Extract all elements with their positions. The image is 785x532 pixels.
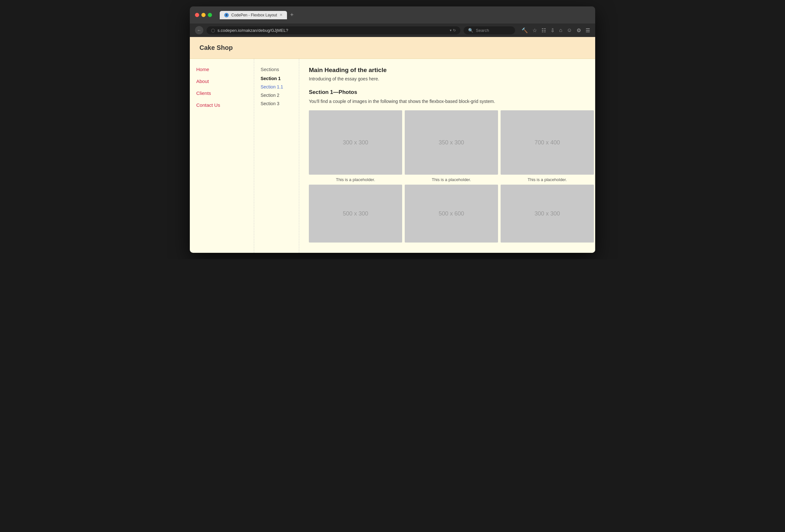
placeholder-label-2: 350 x 300 <box>438 139 464 146</box>
active-tab[interactable]: ✦ CodePen - Flexbox Layout ✕ <box>220 11 287 19</box>
nav-clients[interactable]: Clients <box>196 91 247 96</box>
section1-description: You'll find a couple of images in the fo… <box>309 99 594 104</box>
image-item-4: 500 x 300 <box>309 185 402 243</box>
image-item-6: 300 x 300 <box>501 185 594 243</box>
search-bar[interactable]: 🔍 Search <box>463 26 515 34</box>
placeholder-image-6: 300 x 300 <box>501 185 594 243</box>
toolbar-icons: 🔨 ☆ ☷ ⇩ ⌂ ☺ ⚙ ☰ <box>522 27 590 33</box>
image-caption-3: This is a placeholder. <box>528 177 567 182</box>
placeholder-image-5: 500 x 600 <box>405 185 498 243</box>
lock-icon: ◯ <box>211 28 215 32</box>
article-intro: Introducing of the essay goes here. <box>309 76 594 81</box>
site-header: Cake Shop <box>190 37 595 59</box>
image-caption-1: This is a placeholder. <box>336 177 375 182</box>
extensions-icon[interactable]: ⚙ <box>577 27 581 33</box>
image-row-2: 500 x 300 500 x 600 300 x 300 <box>309 185 594 243</box>
new-tab-button[interactable]: + <box>287 10 296 20</box>
sidebar-nav: Home About Clients Contact Us <box>190 59 254 253</box>
placeholder-label-5: 500 x 600 <box>438 210 464 217</box>
back-button[interactable]: ← <box>195 26 203 34</box>
close-button[interactable] <box>195 13 199 17</box>
home-icon[interactable]: ⌂ <box>559 27 562 33</box>
nav-about[interactable]: About <box>196 78 247 84</box>
minimize-button[interactable] <box>201 13 206 17</box>
dropdown-icon[interactable]: ▾ <box>450 28 452 32</box>
sections-title: Sections <box>260 67 293 72</box>
image-item-2: 350 x 300 This is a placeholder. <box>405 110 498 182</box>
tab-title: CodePen - Flexbox Layout <box>231 13 277 17</box>
image-item-1: 300 x 300 This is a placeholder. <box>309 110 402 182</box>
share-icon[interactable]: ☺ <box>567 27 572 33</box>
traffic-lights <box>195 13 212 17</box>
reader-icon[interactable]: ☷ <box>541 27 546 33</box>
address-bar[interactable]: ◯ s.codepen.io/makzan/debug/GJjMEL? ▾ ↻ <box>206 26 460 34</box>
placeholder-label-6: 300 x 300 <box>534 210 560 217</box>
section11-link[interactable]: Section 1.1 <box>260 84 293 90</box>
sections-nav: Sections Section 1 Section 1.1 Section 2… <box>254 59 299 253</box>
site-body: Home About Clients Contact Us Sections S… <box>190 59 595 253</box>
menu-icon[interactable]: ☰ <box>585 27 590 33</box>
placeholder-label-3: 700 x 400 <box>534 139 560 146</box>
image-item-5: 500 x 600 <box>405 185 498 243</box>
address-controls: ▾ ↻ <box>450 28 456 32</box>
image-item-3: 700 x 400 This is a placeholder. <box>501 110 594 182</box>
bookmark-icon[interactable]: ☆ <box>532 27 537 33</box>
url-text: s.codepen.io/makzan/debug/GJjMEL? <box>218 28 447 33</box>
article-main-heading: Main Heading of the article <box>309 67 594 74</box>
image-row-1: 300 x 300 This is a placeholder. 350 x 3… <box>309 110 594 182</box>
page-content: Cake Shop Home About Clients Contact Us … <box>190 37 595 253</box>
section1-heading: Section 1—Photos <box>309 89 594 96</box>
nav-contact[interactable]: Contact Us <box>196 102 247 108</box>
placeholder-label-4: 500 x 300 <box>343 210 368 217</box>
tab-bar: ✦ CodePen - Flexbox Layout ✕ + <box>220 10 296 20</box>
tab-close-icon[interactable]: ✕ <box>280 13 282 17</box>
titlebar: ✦ CodePen - Flexbox Layout ✕ + <box>190 6 595 24</box>
placeholder-image-4: 500 x 300 <box>309 185 402 243</box>
addressbar: ← ◯ s.codepen.io/makzan/debug/GJjMEL? ▾ … <box>190 24 595 37</box>
image-caption-2: This is a placeholder. <box>432 177 471 182</box>
placeholder-image-3: 700 x 400 <box>501 110 594 175</box>
download-icon[interactable]: ⇩ <box>551 27 555 33</box>
browser-window: ✦ CodePen - Flexbox Layout ✕ + ← ◯ s.cod… <box>190 6 595 253</box>
placeholder-label-1: 300 x 300 <box>343 139 368 146</box>
tools-icon[interactable]: 🔨 <box>522 27 528 33</box>
section3-link[interactable]: Section 3 <box>260 101 293 106</box>
section2-link[interactable]: Section 2 <box>260 93 293 98</box>
search-placeholder: Search <box>476 28 489 33</box>
nav-home[interactable]: Home <box>196 67 247 72</box>
section1-link[interactable]: Section 1 <box>260 76 293 81</box>
placeholder-image-1: 300 x 300 <box>309 110 402 175</box>
search-icon: 🔍 <box>468 28 473 33</box>
main-content: Main Heading of the article Introducing … <box>299 59 595 253</box>
placeholder-image-2: 350 x 300 <box>405 110 498 175</box>
tab-favicon: ✦ <box>224 13 229 17</box>
refresh-icon[interactable]: ↻ <box>453 28 456 32</box>
site-title: Cake Shop <box>200 44 233 51</box>
maximize-button[interactable] <box>208 13 212 17</box>
